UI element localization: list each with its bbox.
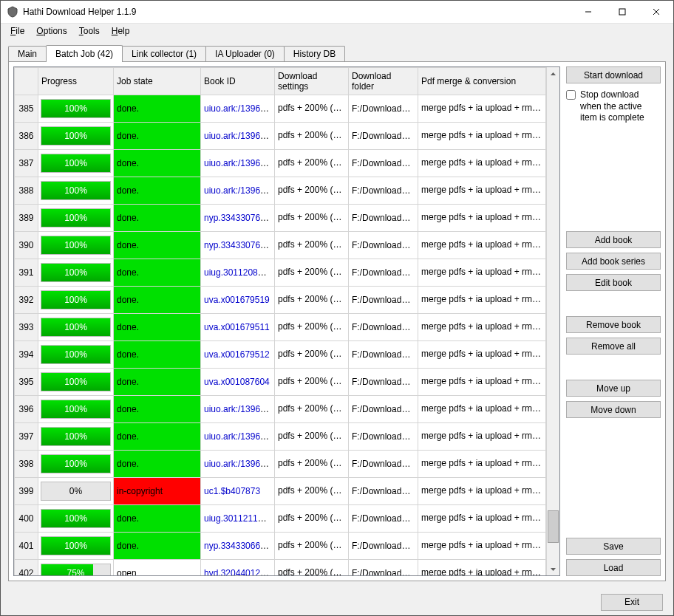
add-book-button[interactable]: Add book <box>566 231 661 248</box>
save-button[interactable]: Save <box>566 538 661 555</box>
table-row[interactable]: 389100%done.nyp.3343307601...pdfs + 200%… <box>15 205 546 232</box>
vertical-scrollbar[interactable] <box>546 67 559 575</box>
load-button[interactable]: Load <box>566 559 661 576</box>
row-index[interactable]: 388 <box>15 177 38 205</box>
col-index[interactable] <box>15 68 38 95</box>
book-id-cell[interactable]: uva.x001679519 <box>201 287 275 314</box>
row-index[interactable]: 394 <box>15 341 38 369</box>
tab-ia-uploader[interactable]: IA Uploader (0) <box>205 46 285 61</box>
book-id-cell[interactable]: uva.x001679512 <box>201 341 275 369</box>
table-row[interactable]: 398100%done.uiuo.ark:/13960/t...pdfs + 2… <box>15 451 546 478</box>
book-id-cell[interactable]: uc1.$b407873 <box>201 478 275 505</box>
row-index[interactable]: 391 <box>15 259 38 287</box>
scroll-down-icon[interactable] <box>547 563 559 575</box>
table-row[interactable]: 400100%done.uiug.3011211488...pdfs + 200… <box>15 505 546 533</box>
row-index[interactable]: 389 <box>15 205 38 232</box>
book-id-link[interactable]: uva.x001679519 <box>204 295 270 305</box>
book-id-link[interactable]: uiuo.ark:/13960/t... <box>204 158 275 168</box>
col-download-settings[interactable]: Download settings <box>275 68 349 95</box>
table-row[interactable]: 394100%done.uva.x001679512pdfs + 200% (1… <box>15 341 546 369</box>
row-index[interactable]: 398 <box>15 451 38 478</box>
menu-help[interactable]: Help <box>106 25 135 37</box>
book-id-cell[interactable]: uva.x001679511 <box>201 314 275 341</box>
stop-when-complete-checkbox[interactable]: Stop download when the active item is co… <box>566 88 661 124</box>
table-row[interactable]: 397100%done.uiuo.ark:/13960/t...pdfs + 2… <box>15 423 546 451</box>
book-id-cell[interactable]: uiuo.ark:/13960/t... <box>201 95 275 123</box>
book-id-cell[interactable]: nyp.3343306657... <box>201 533 275 560</box>
table-row[interactable]: 387100%done.uiuo.ark:/13960/t...pdfs + 2… <box>15 150 546 177</box>
book-id-link[interactable]: uiug.3011211488... <box>204 513 275 524</box>
book-id-link[interactable]: nyp.3343307601... <box>204 213 275 223</box>
book-id-link[interactable]: uc1.$b407873 <box>204 486 260 496</box>
row-index[interactable]: 402 <box>15 560 38 576</box>
close-button[interactable] <box>639 1 673 23</box>
book-id-cell[interactable]: uiuo.ark:/13960/t... <box>201 451 275 478</box>
book-id-cell[interactable]: hvd.3204401263... <box>201 560 275 576</box>
col-book-id[interactable]: Book ID <box>201 68 275 95</box>
scroll-thumb[interactable] <box>548 510 559 543</box>
stop-when-complete-input[interactable] <box>566 90 576 100</box>
col-download-folder[interactable]: Download folder <box>349 68 418 95</box>
book-id-link[interactable]: nyp.3343307601... <box>204 240 275 250</box>
col-progress[interactable]: Progress <box>38 68 114 95</box>
book-id-cell[interactable]: uiuo.ark:/13960/t... <box>201 396 275 423</box>
menu-file[interactable]: File <box>5 25 30 37</box>
move-up-button[interactable]: Move up <box>566 380 661 397</box>
remove-book-button[interactable]: Remove book <box>566 316 661 333</box>
table-row[interactable]: 3990%in-copyrightuc1.$b407873pdfs + 200%… <box>15 478 546 505</box>
row-index[interactable]: 390 <box>15 232 38 259</box>
table-row[interactable]: 388100%done.uiuo.ark:/13960/t...pdfs + 2… <box>15 177 546 205</box>
jobs-grid[interactable]: Progress Job state Book ID Download sett… <box>14 67 546 575</box>
table-row[interactable]: 386100%done.uiuo.ark:/13960/t...pdfs + 2… <box>15 123 546 150</box>
book-id-link[interactable]: hvd.3204401263... <box>204 568 275 575</box>
row-index[interactable]: 387 <box>15 150 38 177</box>
table-row[interactable]: 395100%done.uva.x001087604pdfs + 200% (1… <box>15 369 546 396</box>
table-row[interactable]: 391100%done.uiug.30112085 2...pdfs + 200… <box>15 259 546 287</box>
maximize-button[interactable] <box>605 1 639 23</box>
book-id-cell[interactable]: nyp.3343307601... <box>201 205 275 232</box>
book-id-cell[interactable]: uiuo.ark:/13960/t... <box>201 123 275 150</box>
book-id-cell[interactable]: uiuo.ark:/13960/t... <box>201 423 275 451</box>
menu-tools[interactable]: Tools <box>74 25 105 37</box>
book-id-link[interactable]: uiuo.ark:/13960/t... <box>204 404 275 414</box>
book-id-link[interactable]: uiug.30112085 2... <box>204 267 275 278</box>
tab-main[interactable]: Main <box>8 46 47 61</box>
move-down-button[interactable]: Move down <box>566 401 661 418</box>
book-id-link[interactable]: uiuo.ark:/13960/t... <box>204 431 275 442</box>
row-index[interactable]: 395 <box>15 369 38 396</box>
table-row[interactable]: 401100%done.nyp.3343306657...pdfs + 200%… <box>15 533 546 560</box>
table-row[interactable]: 40275%openhvd.3204401263...pdfs + 200% (… <box>15 560 546 576</box>
edit-book-button[interactable]: Edit book <box>566 274 661 291</box>
book-id-link[interactable]: uiuo.ark:/13960/t... <box>204 131 275 141</box>
row-index[interactable]: 399 <box>15 478 38 505</box>
book-id-cell[interactable]: uiuo.ark:/13960/t... <box>201 150 275 177</box>
col-pdf-merge[interactable]: Pdf merge & conversion <box>418 68 546 95</box>
book-id-link[interactable]: nyp.3343306657... <box>204 541 275 551</box>
row-index[interactable]: 396 <box>15 396 38 423</box>
book-id-link[interactable]: uiuo.ark:/13960/t... <box>204 459 275 469</box>
row-index[interactable]: 393 <box>15 314 38 341</box>
book-id-link[interactable]: uva.x001679511 <box>204 322 270 332</box>
remove-all-button[interactable]: Remove all <box>566 338 661 355</box>
table-row[interactable]: 393100%done.uva.x001679511pdfs + 200% (1… <box>15 314 546 341</box>
row-index[interactable]: 392 <box>15 287 38 314</box>
book-id-cell[interactable]: uiug.3011211488... <box>201 505 275 533</box>
row-index[interactable]: 400 <box>15 505 38 533</box>
book-id-link[interactable]: uiuo.ark:/13960/t... <box>204 103 275 114</box>
book-id-link[interactable]: uva.x001087604 <box>204 377 270 387</box>
table-row[interactable]: 396100%done.uiuo.ark:/13960/t...pdfs + 2… <box>15 396 546 423</box>
table-row[interactable]: 385100%done.uiuo.ark:/13960/t...pdfs + 2… <box>15 95 546 123</box>
book-id-cell[interactable]: uiug.30112085 2... <box>201 259 275 287</box>
table-row[interactable]: 392100%done.uva.x001679519pdfs + 200% (1… <box>15 287 546 314</box>
row-index[interactable]: 397 <box>15 423 38 451</box>
add-book-series-button[interactable]: Add book series <box>566 253 661 270</box>
menu-options[interactable]: Options <box>31 25 72 37</box>
book-id-link[interactable]: uiuo.ark:/13960/t... <box>204 185 275 196</box>
minimize-button[interactable] <box>571 1 605 23</box>
tab-history-db[interactable]: History DB <box>284 46 345 61</box>
book-id-cell[interactable]: uiuo.ark:/13960/t... <box>201 177 275 205</box>
book-id-link[interactable]: uva.x001679512 <box>204 349 270 360</box>
row-index[interactable]: 385 <box>15 95 38 123</box>
start-download-button[interactable]: Start download <box>566 66 661 83</box>
scroll-up-icon[interactable] <box>547 67 559 80</box>
